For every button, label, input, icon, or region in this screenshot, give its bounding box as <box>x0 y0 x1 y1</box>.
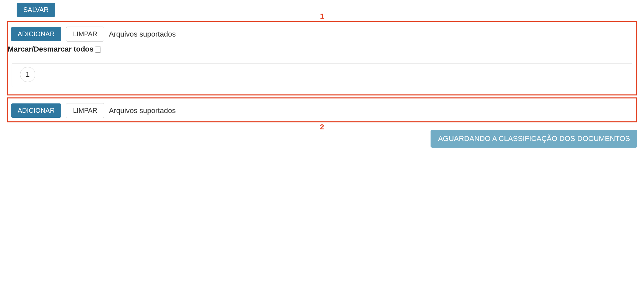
annotation-label-2: 2 <box>320 123 324 131</box>
supported-files-label: Arquivos suportados <box>109 30 176 39</box>
annotation-box-2: ADICIONAR LIMPAR Arquivos suportados 2 <box>7 97 637 122</box>
file-list: 1 <box>8 57 636 93</box>
mark-all-label: Marcar/Desmarcar todos <box>8 45 94 53</box>
file-card: 1 <box>12 63 632 87</box>
mark-all-row: Marcar/Desmarcar todos <box>8 45 636 57</box>
add-button-2[interactable]: ADICIONAR <box>11 103 61 118</box>
supported-files-label-2: Arquivos suportados <box>109 106 176 115</box>
clear-button[interactable]: LIMPAR <box>66 27 104 42</box>
annotation-box-1: 1 ADICIONAR LIMPAR Arquivos suportados M… <box>7 21 637 95</box>
upload-toolbar-1: ADICIONAR LIMPAR Arquivos suportados <box>8 22 636 45</box>
save-button[interactable]: SALVAR <box>17 3 55 17</box>
mark-all-checkbox[interactable] <box>95 47 101 53</box>
upload-toolbar-2: ADICIONAR LIMPAR Arquivos suportados <box>8 98 636 121</box>
awaiting-classification-button[interactable]: AGUARDANDO A CLASSIFICAÇÃO DOS DOCUMENTO… <box>431 130 637 148</box>
annotation-label-1: 1 <box>320 12 324 21</box>
clear-button-2[interactable]: LIMPAR <box>66 103 104 118</box>
add-button[interactable]: ADICIONAR <box>11 27 61 41</box>
file-index-badge: 1 <box>20 67 35 82</box>
